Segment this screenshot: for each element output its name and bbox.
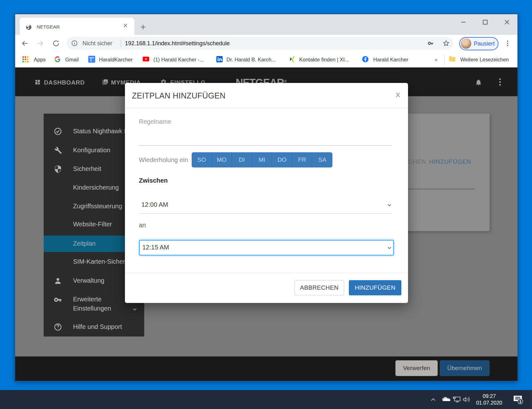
svg-text:1: 1 — [519, 399, 521, 404]
